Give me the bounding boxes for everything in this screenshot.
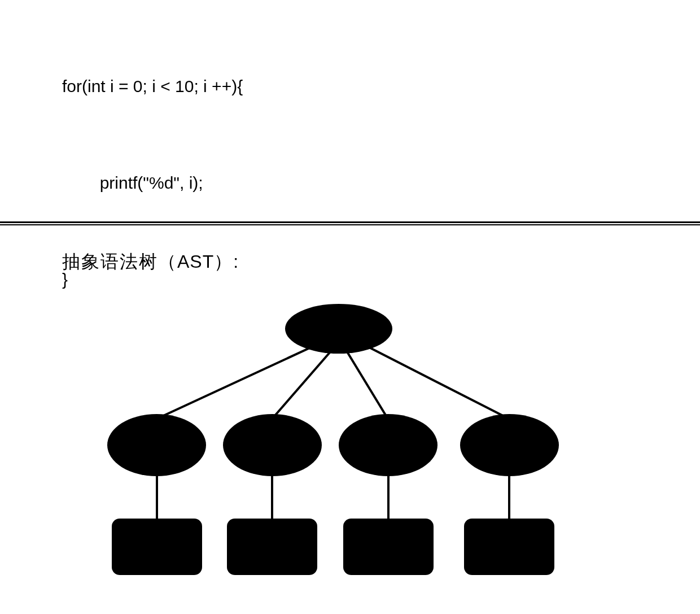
tree-l2-node-3 [339,414,438,476]
ast-tree [102,304,576,578]
code-line-2: printf("%d", i); [62,167,243,199]
tree-l3-node-2 [227,519,317,575]
code-line-1: for(int i = 0; i < 10; i ++){ [62,70,243,102]
tree-l2-node-4 [460,414,559,476]
svg-line-2 [347,352,387,417]
tree-l2-node-1 [107,414,206,476]
ast-heading-cn: 抽象语法树 [62,251,158,272]
ast-heading: 抽象语法树（AST）: [62,250,239,275]
page-root: for(int i = 0; i < 10; i ++){ printf("%d… [0,0,700,614]
tree-root-node [285,304,392,354]
tree-l3-node-4 [464,519,554,575]
svg-line-3 [367,346,505,417]
svg-line-0 [161,346,313,417]
tree-l3-node-3 [343,519,434,575]
section-divider [0,221,700,225]
tree-l3-node-1 [112,519,202,575]
tree-l2-node-2 [223,414,322,476]
ast-heading-en: AST [177,251,214,272]
ast-heading-paren-open: （ [158,251,177,272]
ast-heading-paren-close: ）: [214,251,239,272]
